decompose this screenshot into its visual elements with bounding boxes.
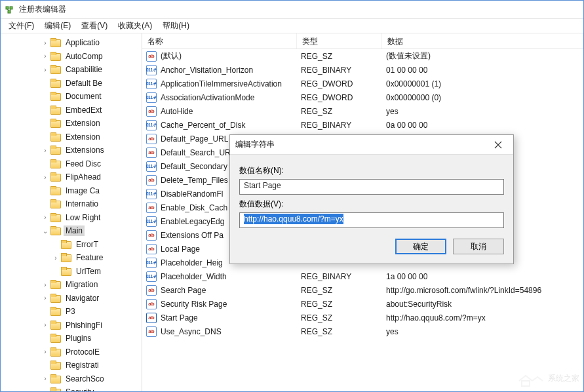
binary-icon <box>146 161 157 172</box>
expander-icon[interactable]: › <box>40 294 50 302</box>
edit-string-dialog: 编辑字符串 数值名称(N): Start Page 数值数据(V): http:… <box>229 134 514 264</box>
tree-item[interactable]: ›SearchSco <box>1 372 142 386</box>
cancel-button[interactable]: 取消 <box>453 239 504 254</box>
expander-icon[interactable]: › <box>40 66 50 73</box>
tree-label: Plugins <box>64 333 93 343</box>
folder-icon <box>50 159 61 168</box>
folder-icon <box>50 226 61 235</box>
tree-label: Applicatio <box>64 37 102 48</box>
value-data: 0x00000000 (0) <box>386 93 583 102</box>
expander-icon[interactable]: › <box>40 39 50 47</box>
expander-icon[interactable]: › <box>40 52 50 60</box>
value-data-field[interactable]: http://hao.qquu8.com/?m=yx <box>239 212 504 228</box>
col-type[interactable]: 类型 <box>297 33 382 49</box>
col-data[interactable]: 数据 <box>382 33 583 49</box>
tree-item[interactable]: Registrati <box>1 359 142 372</box>
tree-label: UrlTem <box>74 266 103 277</box>
folder-icon <box>50 307 61 316</box>
folder-icon <box>50 132 61 142</box>
value-name: Start Page <box>161 313 301 323</box>
tree-label: Extension <box>64 118 102 128</box>
expander-icon[interactable]: › <box>50 254 61 262</box>
value-name: Anchor_Visitation_Horizon <box>161 66 301 75</box>
value-row[interactable]: Search PageREG_SZhttp://go.microsoft.com… <box>142 283 583 297</box>
value-row[interactable]: ApplicationTileImmersiveActivationREG_DW… <box>142 77 583 90</box>
folder-icon <box>50 199 61 208</box>
tree-item[interactable]: ›FlipAhead <box>1 170 142 184</box>
menu-favorites[interactable]: 收藏夹(A) <box>113 19 157 33</box>
col-name[interactable]: 名称 <box>142 33 297 49</box>
value-row[interactable]: Use_Async_DNSREG_SZyes <box>142 324 583 338</box>
value-row[interactable]: Placeholder_WidthREG_BINARY1a 00 00 00 <box>142 269 583 283</box>
tree-item[interactable]: ›Migration <box>1 278 142 292</box>
tree-item[interactable]: ›ProtocolE <box>1 345 142 359</box>
menu-edit[interactable]: 编辑(E) <box>39 19 76 33</box>
tree-label: SearchSco <box>64 374 106 384</box>
value-row[interactable]: (默认)REG_SZ(数值未设置) <box>142 49 583 63</box>
string-icon <box>146 51 157 62</box>
close-icon[interactable] <box>488 137 508 153</box>
string-icon <box>146 326 157 337</box>
tree-item[interactable]: Extension <box>1 117 142 130</box>
tree-item[interactable]: ›Applicatio <box>1 36 142 50</box>
expander-icon[interactable]: › <box>40 174 50 181</box>
ok-button[interactable]: 确定 <box>395 239 446 254</box>
folder-icon <box>50 387 61 391</box>
menu-help[interactable]: 帮助(H) <box>157 19 195 33</box>
value-row[interactable]: AutoHideREG_SZyes <box>142 104 583 118</box>
value-data: 01 00 00 00 <box>386 66 583 75</box>
folder-icon <box>50 38 61 47</box>
tree-item[interactable]: ›Navigator <box>1 292 142 305</box>
tree-label: PhishingFi <box>64 320 104 330</box>
tree-item[interactable]: UrlTem <box>1 265 142 279</box>
tree-item[interactable]: ›AutoComp <box>1 50 142 64</box>
menu-view[interactable]: 查看(V) <box>76 19 113 33</box>
tree-item[interactable]: P3 <box>1 305 142 319</box>
string-icon <box>146 299 157 309</box>
value-row[interactable]: Security Risk PageREG_SZabout:SecurityRi… <box>142 297 583 311</box>
value-row[interactable]: Start PageREG_SZhttp://hao.qquu8.com/?m=… <box>142 311 583 324</box>
tree-item[interactable]: Security <box>1 385 142 391</box>
tree-item[interactable]: Image Ca <box>1 184 142 198</box>
expander-icon[interactable]: › <box>40 375 50 382</box>
tree-item[interactable]: ErrorT <box>1 238 142 252</box>
expander-icon[interactable]: › <box>40 214 50 221</box>
folder-icon <box>50 347 61 357</box>
value-row[interactable]: Cache_Percent_of_DiskREG_BINARY0a 00 00 … <box>142 118 583 132</box>
expander-icon[interactable]: ⌄ <box>40 227 50 235</box>
menu-file[interactable]: 文件(F) <box>3 19 39 33</box>
tree-item[interactable]: ›Extensions <box>1 144 142 157</box>
value-row[interactable]: Anchor_Visitation_HorizonREG_BINARY01 00… <box>142 63 583 77</box>
tree-item[interactable]: ›Capabilitie <box>1 63 142 77</box>
tree-item[interactable]: ›PhishingFi <box>1 319 142 332</box>
string-icon <box>146 285 157 296</box>
folder-icon <box>50 65 61 74</box>
folder-icon <box>61 267 71 276</box>
dialog-titlebar[interactable]: 编辑字符串 <box>230 135 513 155</box>
binary-icon <box>146 120 157 130</box>
value-row[interactable]: AssociationActivationModeREG_DWORD0x0000… <box>142 90 583 104</box>
tree-label: Migration <box>64 279 100 290</box>
tree-label: P3 <box>64 306 77 317</box>
expander-icon[interactable]: › <box>40 348 50 355</box>
tree-item[interactable]: ⌄Main <box>1 224 142 238</box>
tree-item[interactable]: Document <box>1 90 142 104</box>
tree-item[interactable]: Plugins <box>1 332 142 345</box>
tree-item[interactable]: ›Low Right <box>1 211 142 225</box>
tree-item[interactable]: EmbedExt <box>1 104 142 117</box>
value-type: REG_SZ <box>301 313 386 323</box>
expander-icon[interactable]: › <box>40 147 50 154</box>
value-type: REG_SZ <box>301 327 386 336</box>
tree-item[interactable]: ›Feature <box>1 251 142 265</box>
tree-label: Registrati <box>64 360 101 370</box>
tree-item[interactable]: Feed Disc <box>1 157 142 171</box>
tree-item[interactable]: Default Be <box>1 77 142 90</box>
tree-item[interactable]: Internatio <box>1 197 142 211</box>
tree-pane[interactable]: ›Applicatio›AutoComp›CapabilitieDefault … <box>1 33 142 391</box>
value-name-field[interactable]: Start Page <box>239 179 504 195</box>
binary-icon <box>146 189 157 199</box>
tree-item[interactable]: Extension <box>1 130 142 144</box>
expander-icon[interactable]: › <box>40 281 50 288</box>
expander-icon[interactable]: › <box>40 321 50 328</box>
value-name: AutoHide <box>161 107 301 116</box>
